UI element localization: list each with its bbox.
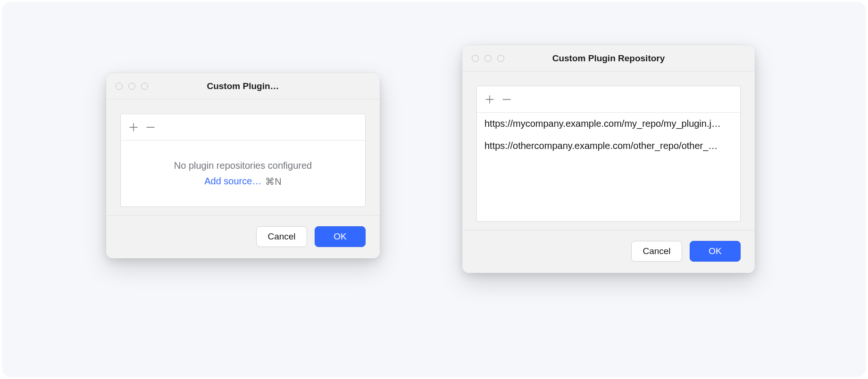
dialog-footer: Cancel OK	[106, 215, 380, 258]
dialog-footer: Cancel OK	[462, 230, 755, 273]
titlebar: Custom Plugin Repository	[462, 45, 755, 72]
window-controls	[472, 55, 504, 62]
dialog-body: https://mycompany.example.com/my_repo/my…	[462, 72, 755, 230]
repo-empty-state: No plugin repositories configured Add so…	[121, 140, 365, 206]
plus-icon[interactable]	[484, 94, 495, 105]
repo-listbox: https://mycompany.example.com/my_repo/my…	[476, 86, 741, 222]
repo-item[interactable]: https://mycompany.example.com/my_repo/my…	[477, 113, 740, 135]
add-source-link[interactable]: Add source…	[204, 176, 261, 187]
repo-toolbar	[477, 86, 740, 113]
close-window-button[interactable]	[472, 55, 479, 62]
titlebar: Custom Plugin…	[106, 73, 380, 99]
cancel-button[interactable]: Cancel	[256, 226, 307, 247]
add-source-shortcut: ⌘N	[265, 176, 281, 187]
add-source-row: Add source… ⌘N	[204, 176, 282, 187]
minimize-window-button[interactable]	[128, 82, 135, 90]
ok-button[interactable]: OK	[315, 226, 366, 247]
repo-list[interactable]: https://mycompany.example.com/my_repo/my…	[477, 113, 740, 221]
cancel-button[interactable]: Cancel	[631, 241, 682, 262]
repo-item[interactable]: https://othercompany.example.com/other_r…	[477, 135, 740, 157]
minimize-window-button[interactable]	[484, 55, 492, 62]
close-window-button[interactable]	[116, 82, 123, 90]
dialog-title: Custom Plugin Repository	[462, 53, 755, 64]
window-controls	[116, 82, 148, 90]
minus-icon[interactable]	[145, 122, 156, 132]
maximize-window-button[interactable]	[497, 55, 504, 62]
minus-icon[interactable]	[501, 94, 512, 105]
maximize-window-button[interactable]	[141, 82, 148, 90]
repo-toolbar	[121, 114, 365, 140]
empty-label: No plugin repositories configured	[174, 160, 312, 171]
ok-button[interactable]: OK	[690, 241, 741, 262]
custom-plugin-dialog-populated: Custom Plugin Repository https://mycompa…	[462, 45, 755, 273]
custom-plugin-dialog-empty: Custom Plugin… No plugin repositories co…	[106, 73, 380, 258]
plus-icon[interactable]	[128, 122, 139, 132]
dialog-body: No plugin repositories configured Add so…	[106, 99, 380, 215]
repo-listbox: No plugin repositories configured Add so…	[120, 114, 366, 207]
